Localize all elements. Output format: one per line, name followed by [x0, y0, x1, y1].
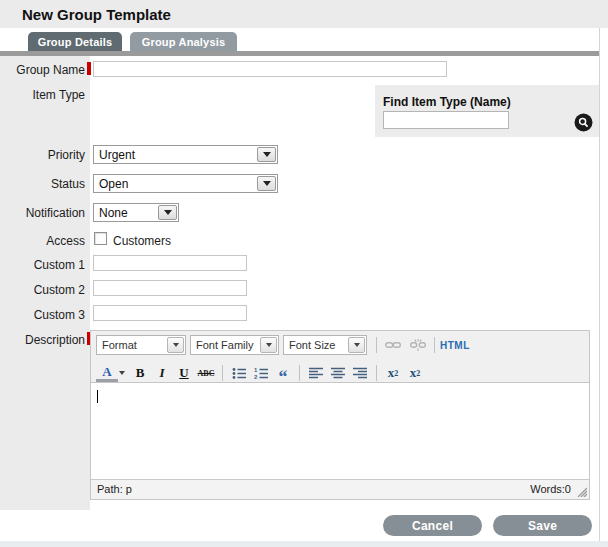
chevron-down-icon[interactable]: [348, 337, 365, 353]
toolbar-separator: [376, 365, 377, 381]
toolbar-separator: [434, 337, 435, 353]
tab-group-details[interactable]: Group Details: [28, 32, 122, 51]
find-item-type-label: Find Item Type (Name): [383, 95, 511, 109]
custom3-input[interactable]: [93, 305, 247, 321]
editor-status-bar: Path: p Words:0: [91, 479, 589, 499]
tab-group-analysis-label: Group Analysis: [142, 36, 226, 48]
priority-label: Priority: [0, 148, 85, 162]
tab-group-analysis[interactable]: Group Analysis: [130, 32, 237, 51]
tab-group-details-label: Group Details: [38, 36, 113, 48]
item-type-label: Item Type: [0, 88, 85, 102]
custom2-input[interactable]: [93, 280, 247, 296]
find-item-type-input[interactable]: [383, 111, 509, 129]
customers-checkbox-label: Customers: [113, 234, 171, 248]
status-value: Open: [99, 177, 128, 191]
notification-label: Notification: [0, 206, 85, 220]
access-label: Access: [0, 234, 85, 248]
toolbar-separator: [376, 337, 377, 353]
tab-divider-bar: [0, 51, 600, 56]
status-label: Status: [0, 177, 85, 191]
font-family-select[interactable]: Font Family: [190, 335, 279, 355]
chevron-down-icon[interactable]: [158, 205, 177, 220]
format-value: Format: [102, 339, 137, 351]
svg-text:1: 1: [254, 367, 258, 373]
align-right-icon[interactable]: [349, 364, 371, 382]
search-icon[interactable]: [574, 113, 593, 132]
page-title: New Group Template: [22, 6, 171, 23]
priority-select[interactable]: Urgent: [93, 145, 278, 164]
html-source-button[interactable]: HTML: [440, 340, 470, 351]
custom2-label: Custom 2: [0, 283, 85, 297]
group-name-input[interactable]: [93, 61, 447, 77]
align-center-icon[interactable]: [327, 364, 349, 382]
text-caret: [97, 390, 98, 403]
page-right-border: [599, 28, 600, 547]
description-content-area[interactable]: [91, 382, 589, 489]
subscript-icon[interactable]: x2: [382, 364, 404, 382]
save-button[interactable]: Save: [493, 515, 592, 536]
cancel-button[interactable]: Cancel: [383, 515, 482, 536]
notification-value: None: [99, 206, 128, 220]
numbered-list-icon[interactable]: 1 2: [250, 364, 272, 382]
toolbar-separator: [299, 365, 300, 381]
priority-value: Urgent: [99, 148, 135, 162]
custom1-label: Custom 1: [0, 258, 85, 272]
font-size-select[interactable]: Font Size: [283, 335, 367, 355]
customers-checkbox[interactable]: [94, 232, 107, 245]
font-color-icon[interactable]: A: [96, 364, 118, 382]
superscript-icon[interactable]: x2: [404, 364, 426, 382]
italic-icon[interactable]: I: [151, 364, 173, 382]
underline-icon[interactable]: U: [173, 364, 195, 382]
chevron-down-icon[interactable]: [260, 337, 277, 353]
unlink-icon[interactable]: [407, 336, 429, 354]
bold-icon[interactable]: B: [129, 364, 151, 382]
align-left-icon[interactable]: [305, 364, 327, 382]
bullet-list-icon[interactable]: [228, 364, 250, 382]
strikethrough-icon[interactable]: ABC: [195, 364, 217, 382]
description-label: Description: [0, 333, 85, 347]
page-bottom-strip: [0, 541, 608, 547]
editor-word-count: Words:0: [530, 483, 571, 495]
custom3-label: Custom 3: [0, 308, 85, 322]
group-name-required-marker: [87, 62, 91, 75]
toolbar-separator: [222, 365, 223, 381]
font-size-value: Font Size: [289, 339, 335, 351]
chevron-down-icon[interactable]: [257, 176, 276, 191]
group-name-label: Group Name: [0, 63, 85, 77]
link-icon[interactable]: [382, 336, 404, 354]
chevron-down-icon[interactable]: [167, 337, 184, 353]
status-select[interactable]: Open: [93, 174, 278, 193]
custom1-input[interactable]: [93, 255, 247, 271]
editor-path-status: Path: p: [97, 483, 132, 495]
notification-select[interactable]: None: [93, 203, 179, 222]
resize-grip-icon[interactable]: [575, 485, 587, 497]
font-family-value: Font Family: [196, 339, 253, 351]
svg-text:2: 2: [254, 374, 258, 380]
format-select[interactable]: Format: [96, 335, 186, 355]
chevron-down-icon[interactable]: [257, 147, 276, 162]
description-editor: Format Font Family Font Size: [90, 330, 590, 500]
font-color-chevron-icon[interactable]: [119, 371, 125, 375]
